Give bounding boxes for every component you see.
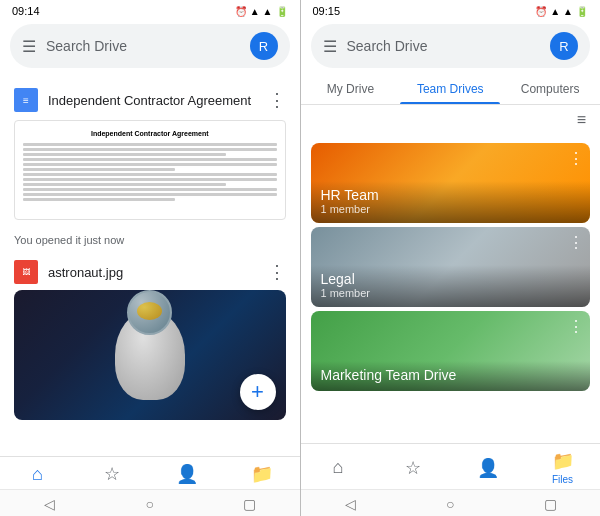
file-item-doc: ≡ Independent Contractor Agreement ⋮ Ind…: [0, 78, 300, 230]
drive-card-marketing[interactable]: ⋮ Marketing Team Drive: [311, 311, 591, 391]
back-button-right[interactable]: ◁: [342, 496, 358, 512]
file-header-img: 🖼 astronaut.jpg ⋮: [0, 254, 300, 290]
marketing-more-icon[interactable]: ⋮: [568, 317, 584, 336]
doc-line-11: [23, 193, 277, 196]
home-icon-left: ⌂: [32, 464, 43, 485]
nav-home-right[interactable]: ⌂: [301, 450, 376, 485]
star-icon-right: ☆: [405, 457, 421, 479]
tabs-right: My Drive Team Drives Computers: [301, 74, 601, 105]
search-bar-right[interactable]: ☰ Search Drive R: [311, 24, 591, 68]
bottom-nav-right: ⌂ ☆ 👤 📁 Files: [301, 443, 601, 489]
status-time-left: 09:14: [12, 5, 40, 17]
marketing-title: Marketing Team Drive: [321, 367, 581, 383]
doc-line-6: [23, 168, 175, 171]
people-icon-right: 👤: [477, 457, 499, 479]
files-label-right: Files: [552, 474, 573, 485]
system-nav-right: ◁ ○ ▢: [301, 489, 601, 516]
back-button-left[interactable]: ◁: [42, 496, 58, 512]
drive-card-hr[interactable]: ⋮ HR Team 1 member: [311, 143, 591, 223]
nav-starred-left[interactable]: ☆: [75, 463, 150, 485]
star-icon-left: ☆: [104, 463, 120, 485]
astronaut-preview: +: [14, 290, 286, 420]
nav-files-left[interactable]: 📁: [225, 463, 300, 485]
people-icon-left: 👤: [176, 463, 198, 485]
doc-preview: Independent Contractor Agreement: [14, 120, 286, 220]
doc-line-1: [23, 143, 277, 146]
legal-members: 1 member: [321, 287, 581, 299]
avatar-right[interactable]: R: [550, 32, 578, 60]
tab-my-drive[interactable]: My Drive: [301, 74, 401, 104]
doc-line-9: [23, 183, 226, 186]
search-bar-left[interactable]: ☰ Search Drive R: [10, 24, 290, 68]
status-time-right: 09:15: [313, 5, 341, 17]
tab-team-drives[interactable]: Team Drives: [400, 74, 500, 104]
hr-title: HR Team: [321, 187, 581, 203]
img-icon: 🖼: [14, 260, 38, 284]
doc-icon: ≡: [14, 88, 38, 112]
doc-line-10: [23, 188, 277, 191]
system-nav-left: ◁ ○ ▢: [0, 489, 300, 516]
tab-computers[interactable]: Computers: [500, 74, 600, 104]
doc-line-4: [23, 158, 277, 161]
home-button-right[interactable]: ○: [442, 496, 458, 512]
folder-icon-left: 📁: [251, 463, 273, 485]
nav-files-right[interactable]: 📁 Files: [525, 450, 600, 485]
status-bar-right: 09:15 ⏰ ▲ ▲ 🔋: [301, 0, 601, 20]
hr-overlay: HR Team 1 member: [311, 181, 591, 223]
list-view-icon[interactable]: ≡: [577, 111, 586, 129]
avatar-left[interactable]: R: [250, 32, 278, 60]
doc-line-12: [23, 198, 175, 201]
nav-shared-right[interactable]: 👤: [450, 450, 525, 485]
bottom-nav-left: ⌂ ☆ 👤 📁: [0, 456, 300, 489]
doc-preview-title: Independent Contractor Agreement: [23, 129, 277, 139]
content-left: ≡ Independent Contractor Agreement ⋮ Ind…: [0, 72, 300, 456]
alarm-icon-right: ⏰: [535, 6, 547, 17]
marketing-overlay: Marketing Team Drive: [311, 361, 591, 391]
hr-members: 1 member: [321, 203, 581, 215]
doc-line-5: [23, 163, 277, 166]
fab-add-button[interactable]: +: [240, 374, 276, 410]
recents-button-left[interactable]: ▢: [242, 496, 258, 512]
doc-line-7: [23, 173, 277, 176]
astronaut-body: [115, 310, 185, 400]
file-header-doc: ≡ Independent Contractor Agreement ⋮: [14, 88, 286, 112]
legal-more-icon[interactable]: ⋮: [568, 233, 584, 252]
legal-title: Legal: [321, 271, 581, 287]
signal-icon: ▲: [250, 6, 260, 17]
wifi-icon-right: ▲: [563, 6, 573, 17]
battery-icon: 🔋: [276, 6, 288, 17]
right-screen: 09:15 ⏰ ▲ ▲ 🔋 ☰ Search Drive R My Drive …: [301, 0, 601, 516]
img-more-icon[interactable]: ⋮: [268, 261, 286, 283]
hamburger-icon-right[interactable]: ☰: [323, 37, 337, 56]
hamburger-icon-left[interactable]: ☰: [22, 37, 36, 56]
home-icon-right: ⌂: [333, 457, 344, 478]
left-screen: 09:14 ⏰ ▲ ▲ 🔋 ☰ Search Drive R ≡ Indepen…: [0, 0, 300, 516]
search-text-left: Search Drive: [46, 38, 240, 54]
nav-shared-left[interactable]: 👤: [150, 463, 225, 485]
home-button-left[interactable]: ○: [142, 496, 158, 512]
signal-icon-right: ▲: [550, 6, 560, 17]
wifi-icon: ▲: [263, 6, 273, 17]
search-text-right: Search Drive: [347, 38, 541, 54]
folder-icon-right: 📁: [552, 450, 574, 472]
legal-overlay: Legal 1 member: [311, 265, 591, 307]
nav-starred-right[interactable]: ☆: [375, 450, 450, 485]
helmet-visor: [137, 302, 162, 320]
status-bar-left: 09:14 ⏰ ▲ ▲ 🔋: [0, 0, 300, 20]
doc-filename: Independent Contractor Agreement: [48, 93, 258, 108]
img-filename: astronaut.jpg: [48, 265, 258, 280]
astronaut-helmet: [127, 290, 172, 335]
doc-line-3: [23, 153, 226, 156]
doc-line-8: [23, 178, 277, 181]
nav-home-left[interactable]: ⌂: [0, 463, 75, 485]
recents-button-right[interactable]: ▢: [542, 496, 558, 512]
hr-more-icon[interactable]: ⋮: [568, 149, 584, 168]
opened-text: You opened it just now: [0, 230, 300, 254]
list-options: ≡: [301, 105, 601, 133]
doc-more-icon[interactable]: ⋮: [268, 89, 286, 111]
drive-card-legal[interactable]: ⋮ Legal 1 member: [311, 227, 591, 307]
status-icons-right: ⏰ ▲ ▲ 🔋: [535, 6, 588, 17]
status-icons-left: ⏰ ▲ ▲ 🔋: [235, 6, 288, 17]
battery-icon-right: 🔋: [576, 6, 588, 17]
content-right: ⋮ HR Team 1 member ⋮ Legal 1 member ⋮: [301, 133, 601, 443]
